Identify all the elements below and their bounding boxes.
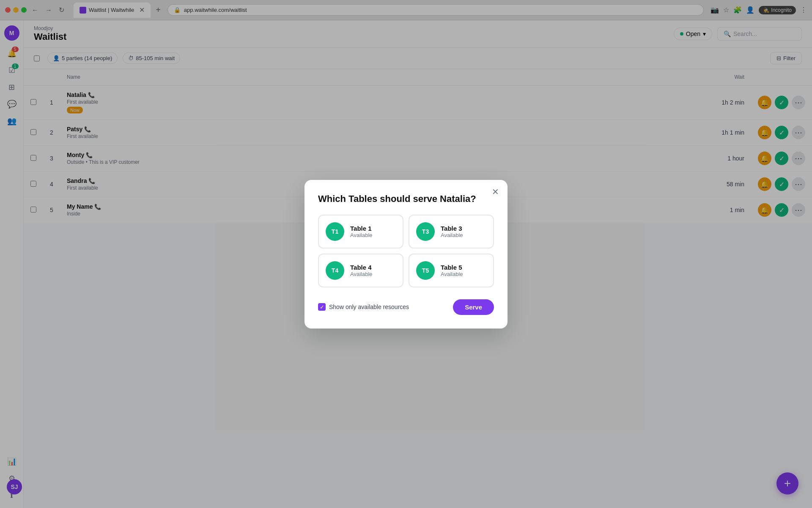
table-status: Available xyxy=(441,232,463,238)
serve-modal: ✕ Which Tables should serve Natalia? T1 … xyxy=(304,180,508,329)
table-status: Available xyxy=(350,271,373,277)
modal-close-button[interactable]: ✕ xyxy=(492,187,499,197)
table-info: Table 3 Available xyxy=(441,225,463,238)
table-name: Table 5 xyxy=(441,264,463,271)
available-resources-label: Show only available resources xyxy=(329,304,409,310)
modal-overlay[interactable]: ✕ Which Tables should serve Natalia? T1 … xyxy=(0,0,812,508)
table-info: Table 4 Available xyxy=(350,264,373,277)
table-name: Table 4 xyxy=(350,264,373,271)
table-card[interactable]: T5 Table 5 Available xyxy=(409,254,494,287)
available-resources-checkbox-label[interactable]: ✓ Show only available resources xyxy=(318,303,409,311)
serve-button[interactable]: Serve xyxy=(453,299,494,315)
table-card[interactable]: T1 Table 1 Available xyxy=(318,215,403,248)
table-name: Table 3 xyxy=(441,225,463,232)
table-info: Table 5 Available xyxy=(441,264,463,277)
table-grid: T1 Table 1 Available T3 Table 3 Availabl… xyxy=(318,215,494,287)
table-avatar: T4 xyxy=(326,261,344,280)
table-status: Available xyxy=(441,271,463,277)
available-resources-checkbox[interactable]: ✓ xyxy=(318,303,326,311)
table-status: Available xyxy=(350,232,373,238)
table-card[interactable]: T4 Table 4 Available xyxy=(318,254,403,287)
table-avatar: T1 xyxy=(326,222,344,241)
table-avatar: T5 xyxy=(416,261,435,280)
table-card[interactable]: T3 Table 3 Available xyxy=(409,215,494,248)
table-avatar: T3 xyxy=(416,222,435,241)
modal-footer: ✓ Show only available resources Serve xyxy=(318,299,494,315)
modal-title: Which Tables should serve Natalia? xyxy=(318,193,494,204)
table-name: Table 1 xyxy=(350,225,373,232)
table-info: Table 1 Available xyxy=(350,225,373,238)
